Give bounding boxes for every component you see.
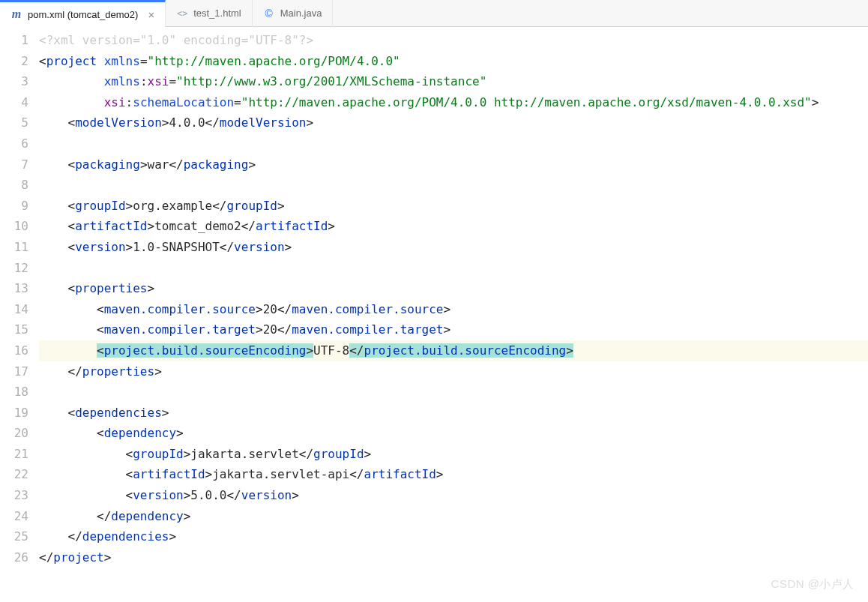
code-line[interactable]: <version>1.0-SNAPSHOT</version>	[39, 237, 868, 258]
line-number: 4	[0, 92, 28, 113]
line-number: 17	[0, 361, 28, 382]
line-number: 16	[0, 340, 28, 361]
line-number: 10	[0, 216, 28, 237]
code-line[interactable]: <dependencies>	[39, 403, 868, 424]
code-line[interactable]: <groupId>jakarta.servlet</groupId>	[39, 444, 868, 465]
tab-label: pom.xml (tomcat_demo2)	[28, 9, 138, 20]
code-line[interactable]: <maven.compiler.target>20</maven.compile…	[39, 319, 868, 340]
line-number: 1	[0, 30, 28, 51]
tab-label: test_1.html	[193, 7, 241, 19]
line-number: 18	[0, 382, 28, 403]
line-number: 26	[0, 547, 28, 568]
code-line[interactable]	[39, 175, 868, 196]
line-number: 22	[0, 464, 28, 485]
line-number: 11	[0, 237, 28, 258]
code-line[interactable]: <maven.compiler.source>20</maven.compile…	[39, 299, 868, 320]
line-number: 2	[0, 51, 28, 72]
code-line[interactable]: <modelVersion>4.0.0</modelVersion>	[39, 112, 868, 133]
code-line[interactable]: <artifactId>tomcat_demo2</artifactId>	[39, 216, 868, 237]
line-number: 5	[0, 112, 28, 133]
line-number: 19	[0, 403, 28, 424]
watermark: CSDN @小卢人	[771, 577, 855, 592]
code-line[interactable]: <properties>	[39, 278, 868, 299]
code-line[interactable]: <version>5.0.0</version>	[39, 485, 868, 506]
line-number: 21	[0, 444, 28, 465]
line-number: 8	[0, 175, 28, 196]
line-number: 23	[0, 485, 28, 506]
line-number: 25	[0, 526, 28, 547]
code-line[interactable]: <project xmlns="http://maven.apache.org/…	[39, 51, 868, 72]
code-line[interactable]: <groupId>org.example</groupId>	[39, 196, 868, 217]
line-gutter: 1234567891011121314151617181920212223242…	[0, 27, 39, 602]
code-line[interactable]: xmlns:xsi="http://www.w3.org/2001/XMLSch…	[39, 71, 868, 92]
editor-tabbar: m pom.xml (tomcat_demo2) × <> test_1.htm…	[0, 0, 868, 27]
code-line[interactable]: <dependency>	[39, 423, 868, 444]
code-line[interactable]: </dependency>	[39, 506, 868, 527]
line-number: 20	[0, 423, 28, 444]
line-number: 3	[0, 71, 28, 92]
java-class-icon: ©	[263, 7, 275, 19]
tab-label: Main.java	[280, 7, 322, 19]
line-number: 9	[0, 196, 28, 217]
code-line[interactable]	[39, 133, 868, 154]
maven-icon: m	[10, 8, 22, 20]
code-line[interactable]: <?xml version="1.0" encoding="UTF-8"?>	[39, 30, 868, 51]
tab-pom-xml[interactable]: m pom.xml (tomcat_demo2) ×	[0, 0, 166, 27]
line-number: 24	[0, 506, 28, 527]
close-icon[interactable]: ×	[143, 9, 154, 20]
line-number: 12	[0, 258, 28, 279]
code-line[interactable]: <artifactId>jakarta.servlet-api</artifac…	[39, 464, 868, 485]
code-line[interactable]	[39, 258, 868, 279]
html-icon: <>	[176, 7, 188, 19]
tab-test-html[interactable]: <> test_1.html	[166, 0, 253, 27]
code-line[interactable]: <project.build.sourceEncoding>UTF-8</pro…	[39, 340, 868, 361]
line-number: 14	[0, 299, 28, 320]
code-line[interactable]: <packaging>war</packaging>	[39, 154, 868, 175]
code-area[interactable]: <?xml version="1.0" encoding="UTF-8"?><p…	[39, 27, 868, 602]
code-line[interactable]: xsi:schemaLocation="http://maven.apache.…	[39, 92, 868, 113]
line-number: 7	[0, 154, 28, 175]
code-line[interactable]: </project>	[39, 547, 868, 568]
line-number: 13	[0, 278, 28, 299]
line-number: 15	[0, 319, 28, 340]
code-line[interactable]	[39, 382, 868, 403]
tab-main-java[interactable]: © Main.java	[253, 0, 334, 27]
line-number: 6	[0, 133, 28, 154]
code-editor[interactable]: 1234567891011121314151617181920212223242…	[0, 27, 868, 602]
code-line[interactable]: </dependencies>	[39, 526, 868, 547]
code-line[interactable]: </properties>	[39, 361, 868, 382]
